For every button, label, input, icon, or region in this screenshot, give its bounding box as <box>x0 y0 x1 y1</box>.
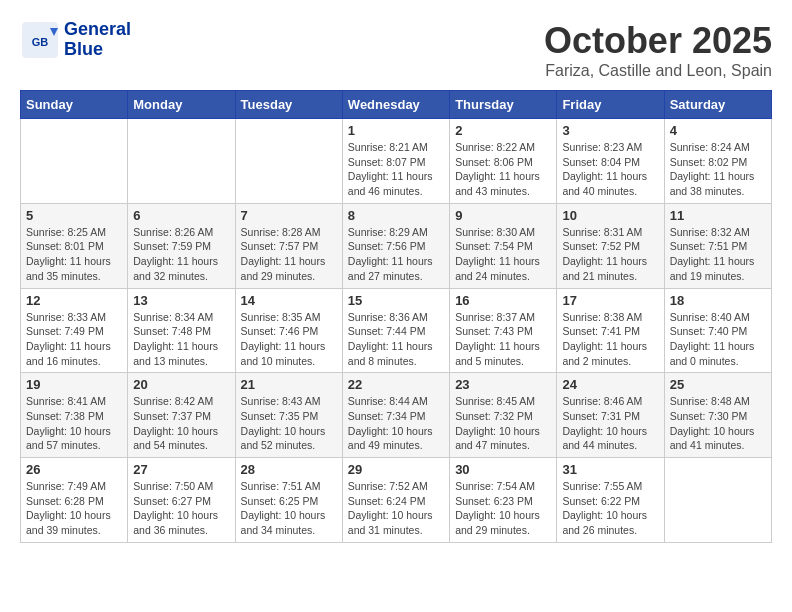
calendar-cell: 4Sunrise: 8:24 AMSunset: 8:02 PMDaylight… <box>664 119 771 204</box>
calendar-cell <box>128 119 235 204</box>
day-number: 28 <box>241 462 337 477</box>
month-title: October 2025 <box>544 20 772 62</box>
calendar-cell: 22Sunrise: 8:44 AMSunset: 7:34 PMDayligh… <box>342 373 449 458</box>
day-info: Sunrise: 8:38 AMSunset: 7:41 PMDaylight:… <box>562 310 658 369</box>
day-info: Sunrise: 8:46 AMSunset: 7:31 PMDaylight:… <box>562 394 658 453</box>
weekday-header-tuesday: Tuesday <box>235 91 342 119</box>
day-number: 21 <box>241 377 337 392</box>
weekday-header-friday: Friday <box>557 91 664 119</box>
calendar-cell: 28Sunrise: 7:51 AMSunset: 6:25 PMDayligh… <box>235 458 342 543</box>
day-info: Sunrise: 8:34 AMSunset: 7:48 PMDaylight:… <box>133 310 229 369</box>
weekday-header-monday: Monday <box>128 91 235 119</box>
day-info: Sunrise: 7:55 AMSunset: 6:22 PMDaylight:… <box>562 479 658 538</box>
day-number: 8 <box>348 208 444 223</box>
day-info: Sunrise: 8:37 AMSunset: 7:43 PMDaylight:… <box>455 310 551 369</box>
day-number: 25 <box>670 377 766 392</box>
day-info: Sunrise: 8:28 AMSunset: 7:57 PMDaylight:… <box>241 225 337 284</box>
day-number: 31 <box>562 462 658 477</box>
day-number: 24 <box>562 377 658 392</box>
day-info: Sunrise: 8:21 AMSunset: 8:07 PMDaylight:… <box>348 140 444 199</box>
day-number: 22 <box>348 377 444 392</box>
logo-icon: GB <box>20 20 60 60</box>
day-info: Sunrise: 8:22 AMSunset: 8:06 PMDaylight:… <box>455 140 551 199</box>
weekday-header-thursday: Thursday <box>450 91 557 119</box>
calendar-cell: 24Sunrise: 8:46 AMSunset: 7:31 PMDayligh… <box>557 373 664 458</box>
calendar-cell: 27Sunrise: 7:50 AMSunset: 6:27 PMDayligh… <box>128 458 235 543</box>
calendar-cell: 8Sunrise: 8:29 AMSunset: 7:56 PMDaylight… <box>342 203 449 288</box>
calendar-cell <box>664 458 771 543</box>
location-subtitle: Fariza, Castille and Leon, Spain <box>544 62 772 80</box>
day-number: 7 <box>241 208 337 223</box>
calendar-cell: 15Sunrise: 8:36 AMSunset: 7:44 PMDayligh… <box>342 288 449 373</box>
day-info: Sunrise: 7:51 AMSunset: 6:25 PMDaylight:… <box>241 479 337 538</box>
day-info: Sunrise: 8:30 AMSunset: 7:54 PMDaylight:… <box>455 225 551 284</box>
calendar-cell: 20Sunrise: 8:42 AMSunset: 7:37 PMDayligh… <box>128 373 235 458</box>
day-number: 30 <box>455 462 551 477</box>
day-info: Sunrise: 8:45 AMSunset: 7:32 PMDaylight:… <box>455 394 551 453</box>
day-info: Sunrise: 8:48 AMSunset: 7:30 PMDaylight:… <box>670 394 766 453</box>
calendar-cell: 3Sunrise: 8:23 AMSunset: 8:04 PMDaylight… <box>557 119 664 204</box>
day-number: 12 <box>26 293 122 308</box>
calendar-cell <box>21 119 128 204</box>
calendar-cell: 13Sunrise: 8:34 AMSunset: 7:48 PMDayligh… <box>128 288 235 373</box>
day-number: 2 <box>455 123 551 138</box>
weekday-header-saturday: Saturday <box>664 91 771 119</box>
calendar-cell: 29Sunrise: 7:52 AMSunset: 6:24 PMDayligh… <box>342 458 449 543</box>
page-header: GB General Blue October 2025 Fariza, Cas… <box>20 20 772 80</box>
calendar-cell: 17Sunrise: 8:38 AMSunset: 7:41 PMDayligh… <box>557 288 664 373</box>
day-info: Sunrise: 8:29 AMSunset: 7:56 PMDaylight:… <box>348 225 444 284</box>
calendar-cell: 26Sunrise: 7:49 AMSunset: 6:28 PMDayligh… <box>21 458 128 543</box>
day-info: Sunrise: 8:23 AMSunset: 8:04 PMDaylight:… <box>562 140 658 199</box>
calendar-cell: 12Sunrise: 8:33 AMSunset: 7:49 PMDayligh… <box>21 288 128 373</box>
day-info: Sunrise: 8:35 AMSunset: 7:46 PMDaylight:… <box>241 310 337 369</box>
calendar-cell: 23Sunrise: 8:45 AMSunset: 7:32 PMDayligh… <box>450 373 557 458</box>
logo-line1: General <box>64 20 131 40</box>
day-info: Sunrise: 7:50 AMSunset: 6:27 PMDaylight:… <box>133 479 229 538</box>
day-number: 9 <box>455 208 551 223</box>
calendar-cell: 11Sunrise: 8:32 AMSunset: 7:51 PMDayligh… <box>664 203 771 288</box>
calendar-cell: 25Sunrise: 8:48 AMSunset: 7:30 PMDayligh… <box>664 373 771 458</box>
day-info: Sunrise: 8:43 AMSunset: 7:35 PMDaylight:… <box>241 394 337 453</box>
day-info: Sunrise: 8:41 AMSunset: 7:38 PMDaylight:… <box>26 394 122 453</box>
logo-text: General Blue <box>64 20 131 60</box>
day-number: 1 <box>348 123 444 138</box>
day-number: 5 <box>26 208 122 223</box>
day-info: Sunrise: 8:42 AMSunset: 7:37 PMDaylight:… <box>133 394 229 453</box>
day-number: 4 <box>670 123 766 138</box>
day-number: 16 <box>455 293 551 308</box>
calendar-cell: 30Sunrise: 7:54 AMSunset: 6:23 PMDayligh… <box>450 458 557 543</box>
calendar-cell: 6Sunrise: 8:26 AMSunset: 7:59 PMDaylight… <box>128 203 235 288</box>
calendar-cell: 18Sunrise: 8:40 AMSunset: 7:40 PMDayligh… <box>664 288 771 373</box>
day-number: 18 <box>670 293 766 308</box>
calendar-cell: 16Sunrise: 8:37 AMSunset: 7:43 PMDayligh… <box>450 288 557 373</box>
logo: GB General Blue <box>20 20 131 60</box>
calendar-cell: 19Sunrise: 8:41 AMSunset: 7:38 PMDayligh… <box>21 373 128 458</box>
day-info: Sunrise: 8:25 AMSunset: 8:01 PMDaylight:… <box>26 225 122 284</box>
day-number: 10 <box>562 208 658 223</box>
day-info: Sunrise: 8:36 AMSunset: 7:44 PMDaylight:… <box>348 310 444 369</box>
day-info: Sunrise: 7:54 AMSunset: 6:23 PMDaylight:… <box>455 479 551 538</box>
day-number: 17 <box>562 293 658 308</box>
calendar-cell: 10Sunrise: 8:31 AMSunset: 7:52 PMDayligh… <box>557 203 664 288</box>
calendar-week-row: 19Sunrise: 8:41 AMSunset: 7:38 PMDayligh… <box>21 373 772 458</box>
weekday-header-row: SundayMondayTuesdayWednesdayThursdayFrid… <box>21 91 772 119</box>
day-number: 20 <box>133 377 229 392</box>
calendar-cell: 14Sunrise: 8:35 AMSunset: 7:46 PMDayligh… <box>235 288 342 373</box>
day-number: 14 <box>241 293 337 308</box>
day-info: Sunrise: 8:32 AMSunset: 7:51 PMDaylight:… <box>670 225 766 284</box>
weekday-header-sunday: Sunday <box>21 91 128 119</box>
calendar-week-row: 26Sunrise: 7:49 AMSunset: 6:28 PMDayligh… <box>21 458 772 543</box>
logo-line2: Blue <box>64 40 131 60</box>
day-number: 19 <box>26 377 122 392</box>
day-info: Sunrise: 8:33 AMSunset: 7:49 PMDaylight:… <box>26 310 122 369</box>
calendar-cell: 21Sunrise: 8:43 AMSunset: 7:35 PMDayligh… <box>235 373 342 458</box>
calendar-cell: 2Sunrise: 8:22 AMSunset: 8:06 PMDaylight… <box>450 119 557 204</box>
day-info: Sunrise: 8:44 AMSunset: 7:34 PMDaylight:… <box>348 394 444 453</box>
calendar-table: SundayMondayTuesdayWednesdayThursdayFrid… <box>20 90 772 543</box>
calendar-week-row: 1Sunrise: 8:21 AMSunset: 8:07 PMDaylight… <box>21 119 772 204</box>
day-info: Sunrise: 8:40 AMSunset: 7:40 PMDaylight:… <box>670 310 766 369</box>
day-number: 26 <box>26 462 122 477</box>
day-number: 11 <box>670 208 766 223</box>
calendar-cell: 9Sunrise: 8:30 AMSunset: 7:54 PMDaylight… <box>450 203 557 288</box>
day-number: 6 <box>133 208 229 223</box>
